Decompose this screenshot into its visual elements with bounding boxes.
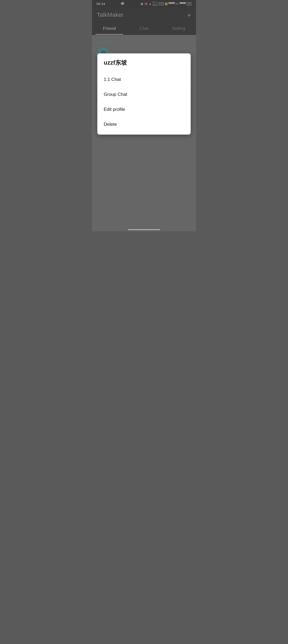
home-indicator [128, 229, 160, 230]
menu-item-edit-profile[interactable]: Edit profile [97, 102, 191, 117]
menu-item-group-chat[interactable]: Group Chat [97, 87, 191, 102]
context-menu: uzzf东坡 1:1 Chat Group Chat Edit profile … [97, 53, 191, 135]
menu-item-delete[interactable]: Delete [97, 117, 191, 132]
menu-item-1-1-chat[interactable]: 1:1 Chat [97, 72, 191, 87]
page-wrapper: 09:34 💬 ⏰ 🔕 ▲ 21.0KB/S HD 📶 ▀▀▀ 5G ▀▀▀ 9… [92, 0, 196, 232]
context-menu-title: uzzf东坡 [97, 59, 191, 72]
